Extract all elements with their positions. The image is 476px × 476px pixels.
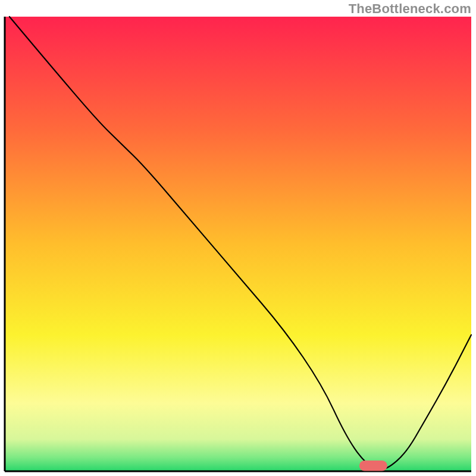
watermark-text: TheBottleneck.com xyxy=(349,1,471,17)
plot-background xyxy=(5,17,471,471)
bottleneck-chart: TheBottleneck.com xyxy=(0,0,476,476)
optimum-range-marker xyxy=(359,461,387,471)
chart-svg xyxy=(0,0,476,476)
